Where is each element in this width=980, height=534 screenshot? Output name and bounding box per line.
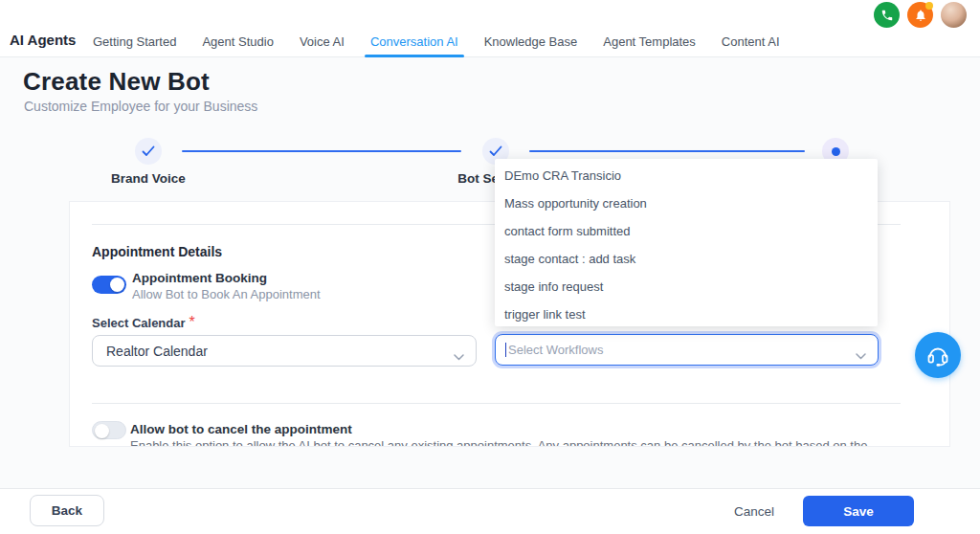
workflow-options-dropdown: DEmo CRA Transicio Mass opportunity crea…	[495, 159, 878, 326]
check-icon	[142, 145, 155, 157]
chevron-down-icon	[454, 347, 464, 365]
current-step-dot	[832, 147, 840, 156]
save-button[interactable]: Save	[803, 496, 914, 526]
cancel-button[interactable]: Cancel	[720, 497, 789, 525]
step-connector-1	[182, 150, 461, 152]
form-footer: Back Cancel Save	[0, 488, 980, 534]
select-calendar-label: Select Calendar	[92, 316, 186, 330]
headset-icon	[925, 343, 950, 367]
cancel-appointment-label: Allow bot to cancel the appointment	[130, 422, 352, 436]
tab-voice-ai[interactable]: Voice AI	[300, 34, 345, 55]
tab-conversation-ai[interactable]: Conversation AI	[370, 34, 458, 55]
workflow-option[interactable]: contact form submitted	[495, 217, 878, 245]
app-brand: AI Agents	[10, 32, 76, 48]
workflow-option[interactable]: stage contact : add task	[495, 245, 878, 273]
chevron-down-icon	[856, 346, 866, 364]
required-asterisk: *	[189, 314, 195, 330]
page-title: Create New Bot	[23, 67, 210, 97]
check-icon	[489, 145, 502, 157]
cancel-appointment-description: Enable this option to allow the AI bot t…	[130, 438, 867, 447]
appointment-booking-description: Allow Bot to Book An Appointment	[132, 287, 321, 301]
page-subtitle: Customize Employee for your Business	[24, 99, 257, 114]
user-avatar[interactable]	[941, 2, 967, 28]
notification-badge	[925, 2, 933, 10]
back-button[interactable]: Back	[30, 495, 104, 526]
toggle-knob	[110, 278, 124, 292]
select-calendar-value: Realtor Calendar	[106, 344, 208, 359]
select-calendar-label-row: Select Calendar*	[92, 314, 195, 331]
support-chat-button[interactable]	[915, 332, 961, 378]
cancel-appointment-toggle[interactable]	[92, 421, 126, 439]
toggle-knob	[95, 424, 109, 438]
tab-content-ai[interactable]: Content AI	[722, 34, 780, 55]
step-connector-2	[529, 150, 805, 152]
phone-icon	[880, 9, 894, 22]
notifications-button[interactable]	[907, 2, 933, 28]
appointment-booking-label: Appointment Booking	[132, 271, 267, 285]
step-1-label: Brand Voice	[91, 171, 206, 186]
workflow-option[interactable]: trigger link test	[495, 300, 878, 328]
workflow-option[interactable]: DEmo CRA Transicio	[495, 162, 878, 189]
workflow-option[interactable]: stage info request	[495, 273, 878, 300]
ai-agents-app: AI Agents Getting Started Agent Studio V…	[0, 0, 980, 534]
workflow-option[interactable]: Mass opportunity creation	[495, 189, 878, 217]
tab-knowledge-base[interactable]: Knowledge Base	[484, 34, 578, 55]
tab-getting-started[interactable]: Getting Started	[93, 34, 176, 55]
section-divider-bottom	[92, 403, 901, 404]
step-1-circle[interactable]	[135, 138, 162, 165]
top-navigation: AI Agents Getting Started Agent Studio V…	[0, 0, 980, 57]
appointment-booking-toggle[interactable]	[92, 276, 126, 294]
select-workflows-placeholder: Select Workflows	[508, 343, 603, 357]
select-workflows-input[interactable]: Select Workflows	[495, 334, 879, 366]
topbar-icons	[874, 2, 967, 28]
appointment-details-heading: Appointment Details	[92, 244, 222, 259]
tab-agent-studio[interactable]: Agent Studio	[202, 34, 273, 55]
text-caret	[505, 343, 506, 357]
select-calendar-dropdown[interactable]: Realtor Calendar	[92, 335, 477, 367]
phone-button[interactable]	[874, 2, 900, 28]
tab-agent-templates[interactable]: Agent Templates	[603, 34, 696, 55]
bell-icon	[914, 9, 927, 22]
nav-tabs: Getting Started Agent Studio Voice AI Co…	[93, 34, 780, 55]
